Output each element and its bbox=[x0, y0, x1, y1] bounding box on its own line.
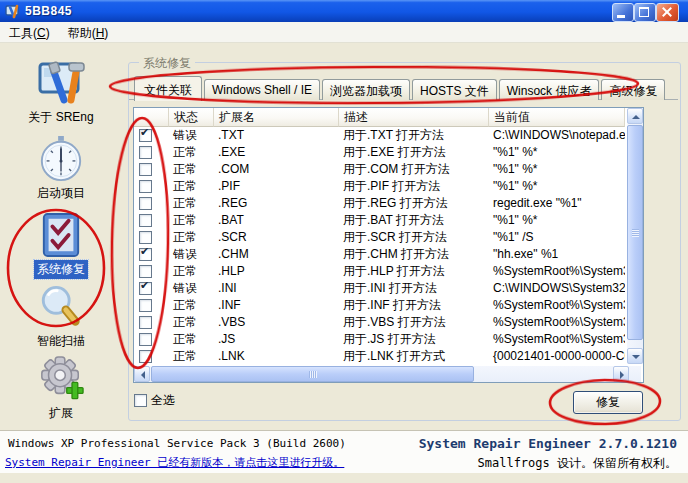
cell-extension: .BAT bbox=[214, 212, 339, 229]
cell-description: 用于.BAT 打开方法 bbox=[339, 212, 489, 229]
vertical-scrollbar[interactable] bbox=[627, 108, 643, 364]
cell-current-value: C:\WINDOWS\notepad.exe bbox=[489, 127, 625, 144]
row-checkbox[interactable] bbox=[139, 316, 152, 329]
column-header-description[interactable]: 描述 bbox=[339, 108, 489, 127]
row-checkbox[interactable] bbox=[139, 197, 152, 210]
column-header-extension[interactable]: 扩展名 bbox=[214, 108, 339, 127]
horizontal-scroll-thumb[interactable] bbox=[151, 366, 474, 382]
cell-status: 正常 bbox=[169, 331, 214, 348]
row-checkbox[interactable] bbox=[139, 350, 152, 363]
scroll-right-button[interactable] bbox=[613, 366, 629, 382]
column-header[interactable] bbox=[134, 108, 169, 127]
menu-item-tools[interactable]: 工具(C) bbox=[0, 22, 59, 44]
cell-status: 正常 bbox=[169, 144, 214, 161]
window-title: 5BB845 bbox=[25, 4, 72, 18]
scroll-left-button[interactable] bbox=[134, 366, 150, 382]
list-body: 错误.TXT用于.TXT 打开方法C:\WINDOWS\notepad.exe正… bbox=[134, 127, 625, 365]
vertical-scroll-thumb[interactable] bbox=[627, 125, 643, 340]
row-checkbox[interactable] bbox=[139, 163, 152, 176]
table-row[interactable]: 正常.HLP用于.HLP 打开方法%SystemRoot%\System32\ bbox=[134, 263, 625, 280]
cell-extension: .EXE bbox=[214, 144, 339, 161]
credits-text: Smallfrogs 设计。保留所有权利。 bbox=[478, 455, 677, 472]
table-row[interactable]: 正常.JS用于.JS 打开方法%SystemRoot%\System32\ bbox=[134, 331, 625, 348]
maximize-button[interactable] bbox=[634, 3, 656, 22]
cell-current-value: "%1" %* bbox=[489, 161, 625, 178]
row-checkbox[interactable] bbox=[139, 129, 152, 142]
cell-extension: .VBS bbox=[214, 314, 339, 331]
sidebar-item-smart-scan[interactable]: 智能扫描 bbox=[8, 284, 114, 351]
row-checkbox-cell bbox=[134, 246, 169, 263]
sidebar-item-startup-items[interactable]: 启动项目 bbox=[8, 136, 114, 203]
cell-description: 用于.LNK 打开方式 bbox=[339, 348, 489, 365]
update-link[interactable]: System Repair Engineer 已经有新版本，请点击这里进行升级。 bbox=[5, 455, 344, 470]
table-row[interactable]: 正常.INF用于.INF 打开方法%SystemRoot%\System32\ bbox=[134, 297, 625, 314]
sidebar-item-extensions[interactable]: 扩展 bbox=[8, 356, 114, 423]
title-bar[interactable]: 5BB845 bbox=[0, 0, 688, 22]
column-header-current-value[interactable]: 当前值 bbox=[489, 108, 625, 127]
row-checkbox[interactable] bbox=[139, 214, 152, 227]
cell-status: 正常 bbox=[169, 297, 214, 314]
tab-hosts-file[interactable]: HOSTS 文件 bbox=[412, 79, 497, 100]
sidebar-item-label: 关于 SREng bbox=[25, 108, 96, 127]
table-row[interactable]: 错误.CHM用于.CHM 打开方法"hh.exe" %1 bbox=[134, 246, 625, 263]
table-row[interactable]: 正常.EXE用于.EXE 打开方法"%1" %* bbox=[134, 144, 625, 161]
file-association-list: 状态扩展名描述当前值 错误.TXT用于.TXT 打开方法C:\WINDOWS\n… bbox=[133, 107, 644, 383]
table-row[interactable]: 错误.TXT用于.TXT 打开方法C:\WINDOWS\notepad.exe bbox=[134, 127, 625, 144]
row-checkbox-cell bbox=[134, 127, 169, 144]
select-all-box[interactable] bbox=[134, 394, 147, 407]
row-checkbox-cell bbox=[134, 297, 169, 314]
tab-strip: 文件关联Windows Shell / IE浏览器加载项HOSTS 文件Wins… bbox=[134, 76, 665, 100]
app-title-text: System Repair Engineer 2.7.0.1210 bbox=[419, 436, 677, 451]
cell-extension: .LNK bbox=[214, 348, 339, 365]
tab-advanced-repair[interactable]: 高级修复 bbox=[601, 79, 665, 100]
table-row[interactable]: 正常.REG用于.REG 打开方法regedit.exe "%1" bbox=[134, 195, 625, 212]
minimize-button[interactable] bbox=[612, 3, 634, 22]
cell-description: 用于.REG 打开方法 bbox=[339, 195, 489, 212]
cell-description: 用于.JS 打开方法 bbox=[339, 331, 489, 348]
cell-description: 用于.SCR 打开方法 bbox=[339, 229, 489, 246]
table-row[interactable]: 正常.LNK用于.LNK 打开方式{00021401-0000-0000-C0 bbox=[134, 348, 625, 365]
cell-extension: .REG bbox=[214, 195, 339, 212]
row-checkbox[interactable] bbox=[139, 180, 152, 193]
scroll-up-button[interactable] bbox=[627, 108, 643, 124]
close-button[interactable] bbox=[656, 3, 679, 22]
row-checkbox[interactable] bbox=[139, 265, 152, 278]
row-checkbox-cell bbox=[134, 263, 169, 280]
row-checkbox-cell bbox=[134, 161, 169, 178]
select-all-checkbox[interactable]: 全选 bbox=[134, 392, 175, 409]
scroll-down-button[interactable] bbox=[627, 348, 643, 364]
select-all-label: 全选 bbox=[151, 392, 175, 409]
horizontal-scrollbar[interactable] bbox=[134, 366, 641, 382]
cell-current-value: regedit.exe "%1" bbox=[489, 195, 625, 212]
sidebar-item-about-sreng[interactable]: 关于 SREng bbox=[8, 60, 114, 127]
sidebar-item-system-repair[interactable]: 系统修复 bbox=[8, 212, 114, 279]
tab-winsock-providers[interactable]: Winsock 供应者 bbox=[499, 79, 600, 100]
cell-status: 正常 bbox=[169, 314, 214, 331]
table-row[interactable]: 正常.COM用于.COM 打开方法"%1" %* bbox=[134, 161, 625, 178]
app-tools-icon bbox=[5, 3, 21, 19]
repair-button[interactable]: 修复 bbox=[573, 391, 643, 414]
row-checkbox[interactable] bbox=[139, 231, 152, 244]
row-checkbox[interactable] bbox=[139, 146, 152, 159]
table-row[interactable]: 正常.SCR用于.SCR 打开方法"%1" /S bbox=[134, 229, 625, 246]
cell-description: 用于.TXT 打开方法 bbox=[339, 127, 489, 144]
row-checkbox[interactable] bbox=[139, 248, 152, 261]
table-row[interactable]: 错误.INI用于.INI 打开方法C:\WINDOWS\System32\NO bbox=[134, 280, 625, 297]
tab-file-association[interactable]: 文件关联 bbox=[134, 76, 202, 101]
row-checkbox[interactable] bbox=[139, 299, 152, 312]
row-checkbox[interactable] bbox=[139, 282, 152, 295]
tab-browser-addons[interactable]: 浏览器加载项 bbox=[322, 79, 410, 100]
tab-windows-shell-ie[interactable]: Windows Shell / IE bbox=[204, 79, 320, 100]
cell-extension: .HLP bbox=[214, 263, 339, 280]
cell-description: 用于.CHM 打开方法 bbox=[339, 246, 489, 263]
cell-extension: .SCR bbox=[214, 229, 339, 246]
cell-extension: .INF bbox=[214, 297, 339, 314]
menu-item-help[interactable]: 帮助(H) bbox=[59, 22, 118, 44]
table-row[interactable]: 正常.VBS用于.VBS 打开方法%SystemRoot%\System32\ bbox=[134, 314, 625, 331]
column-header-status[interactable]: 状态 bbox=[169, 108, 214, 127]
table-row[interactable]: 正常.PIF用于.PIF 打开方法"%1" %* bbox=[134, 178, 625, 195]
magnifier-icon bbox=[37, 284, 85, 330]
table-row[interactable]: 正常.BAT用于.BAT 打开方法"%1" %* bbox=[134, 212, 625, 229]
row-checkbox-cell bbox=[134, 178, 169, 195]
row-checkbox[interactable] bbox=[139, 333, 152, 346]
